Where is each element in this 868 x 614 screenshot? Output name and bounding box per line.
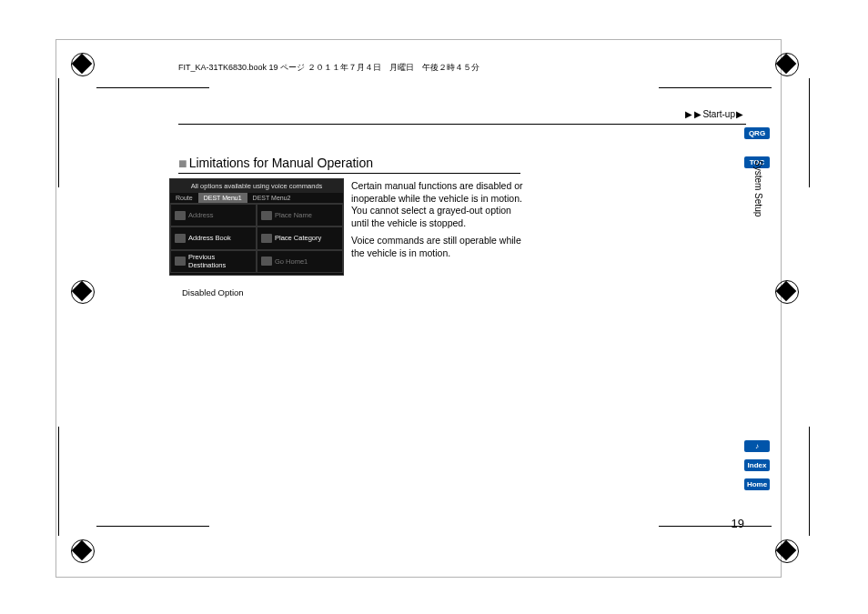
triangle-right-icon: ▶ [736,109,743,119]
clock-icon [175,257,186,266]
device-tab-menu1: DEST Menu1 [198,193,247,203]
section-vertical-label: System Setup [753,160,763,216]
heading-text: Limitations for Manual Operation [189,156,373,170]
page-frame [56,40,781,577]
breadcrumb-label: Start-up [702,109,735,119]
device-topbar: All options available using voice comman… [170,179,343,193]
category-icon [261,234,272,243]
figure-caption: Disabled Option [182,287,244,297]
page-number: 19 [732,517,744,530]
heading-underline [178,173,520,174]
horizontal-rule [178,124,746,125]
body-paragraph-1: Certain manual functions are disabled or… [351,180,524,229]
device-cell-label: Place Name [275,211,312,219]
device-option-grid: Address Place Name Address Book Place Ca… [170,204,343,273]
sidebar-qrg-button[interactable]: QRG [744,127,770,139]
device-cell-place-name: Place Name [257,204,343,226]
square-marker-icon: ■ [178,156,187,171]
device-cell-address-book: Address Book [170,226,257,249]
building-icon [261,211,272,220]
device-cell-go-home: Go Home1 [257,250,343,273]
book-icon [175,234,186,243]
globe-icon [175,211,186,220]
device-cell-label: Place Category [275,234,321,242]
device-cell-label: Address [188,211,214,219]
sidebar-home-button[interactable]: Home [744,478,770,490]
device-tab-menu2: DEST Menu2 [247,193,297,203]
sidebar-index-button[interactable]: Index [744,459,770,471]
section-heading: ■Limitations for Manual Operation [178,153,373,174]
device-cell-address: Address [170,204,257,226]
device-tab-route: Route [170,193,198,203]
device-cell-label: Previous Destinations [188,253,252,269]
device-cell-place-category: Place Category [257,226,343,249]
device-screenshot: All options available using voice comman… [169,178,344,276]
device-cell-label: Address Book [188,234,231,242]
sidebar-voice-button[interactable]: ♪ [744,440,770,452]
triangle-right-icon: ▶ [685,109,692,119]
device-tabs: Route DEST Menu1 DEST Menu2 [170,193,343,204]
home-icon [261,257,272,266]
doc-header-line: FIT_KA-31TK6830.book 19 ページ ２０１１年７月４日 月曜… [178,62,479,74]
device-cell-previous: Previous Destinations [170,250,257,273]
triangle-right-icon: ▶ [694,109,701,119]
body-paragraph-2: Voice commands are still operable while … [351,235,524,259]
breadcrumb: ▶▶Start-up▶ [684,109,744,119]
device-cell-label: Go Home1 [275,257,308,266]
